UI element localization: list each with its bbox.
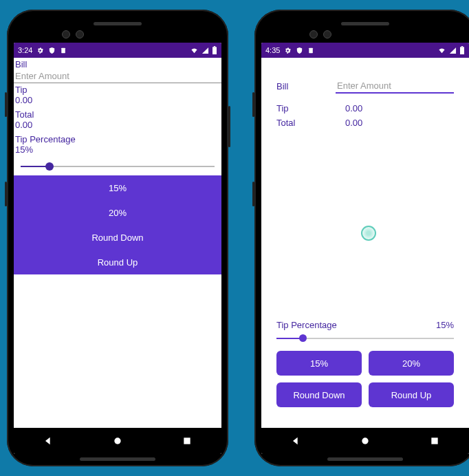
svg-rect-0 <box>62 47 66 52</box>
total-value: 0.00 <box>345 118 362 128</box>
btn-round-down[interactable]: Round Down <box>14 225 221 250</box>
btn-20[interactable]: 20% <box>14 200 221 225</box>
tip-value: 0.00 <box>345 103 362 113</box>
tip-label: Tip <box>276 103 345 113</box>
button-block: 15% 20% Round Down Round Up <box>14 175 221 274</box>
svg-point-8 <box>362 437 368 444</box>
btn-round-up[interactable]: Round Up <box>369 382 454 407</box>
status-bar: 4:35 <box>261 43 469 58</box>
tip-pct-label: Tip Percentage <box>276 320 337 330</box>
svg-rect-4 <box>184 437 190 444</box>
nav-back[interactable] <box>285 431 306 451</box>
app-content-left: Bill Tip 0.00 Total 0.00 Tip Percentage … <box>14 58 221 428</box>
nav-bar <box>261 428 469 454</box>
nav-home[interactable] <box>107 431 128 451</box>
screen-left: 3:24 Bill Tip 0.00 Total 0.00 Tip Percen… <box>14 43 221 454</box>
total-label: Total <box>14 108 221 120</box>
svg-rect-5 <box>309 47 314 52</box>
settings-icon <box>284 47 292 54</box>
svg-rect-2 <box>214 46 215 47</box>
slider-thumb[interactable] <box>299 334 307 342</box>
svg-point-3 <box>114 437 120 444</box>
total-label: Total <box>276 118 345 128</box>
shield-icon <box>296 47 303 54</box>
app-content-right: Bill Tip 0.00 Total 0.00 Tip Per <box>261 58 469 428</box>
tip-pct-label: Tip Percentage <box>14 133 221 144</box>
total-value: 0.00 <box>14 120 221 133</box>
nav-bar <box>14 428 221 454</box>
svg-rect-6 <box>460 47 464 54</box>
svg-rect-1 <box>212 47 217 54</box>
nav-recent[interactable] <box>424 431 445 451</box>
status-time: 3:24 <box>18 46 32 54</box>
tip-pct-value: 15% <box>14 144 221 158</box>
card-icon <box>60 47 67 54</box>
nav-back[interactable] <box>38 431 58 451</box>
shield-icon <box>48 47 56 54</box>
nav-home[interactable] <box>355 431 375 451</box>
phone-left: 3:24 Bill Tip 0.00 Total 0.00 Tip Percen… <box>7 10 228 466</box>
btn-15[interactable]: 15% <box>14 175 221 200</box>
bill-input[interactable] <box>14 69 221 83</box>
bill-label: Bill <box>276 81 336 91</box>
svg-rect-9 <box>431 437 437 444</box>
battery-icon <box>212 46 217 54</box>
card-icon <box>307 47 315 54</box>
tip-value: 0.00 <box>14 95 221 108</box>
slider-thumb[interactable] <box>45 162 54 171</box>
nav-recent[interactable] <box>177 431 197 451</box>
tip-pct-value: 15% <box>436 320 454 330</box>
status-bar: 3:24 <box>14 43 221 58</box>
signal-icon <box>201 47 209 54</box>
svg-rect-7 <box>461 46 463 47</box>
status-time: 4:35 <box>265 46 280 54</box>
wifi-icon <box>437 47 446 54</box>
btn-round-up[interactable]: Round Up <box>14 250 221 274</box>
phone-right: 4:35 Bill Tip 0. <box>254 10 469 466</box>
tip-label: Tip <box>14 83 221 95</box>
tip-slider[interactable] <box>276 332 454 345</box>
btn-round-down[interactable]: Round Down <box>276 382 362 407</box>
btn-20[interactable]: 20% <box>369 351 454 376</box>
bill-label: Bill <box>14 58 221 69</box>
signal-icon <box>449 47 457 54</box>
btn-15[interactable]: 15% <box>276 351 362 376</box>
battery-icon <box>459 46 465 54</box>
settings-icon <box>36 47 44 54</box>
screen-right: 4:35 Bill Tip 0. <box>261 43 469 454</box>
tip-slider[interactable] <box>14 158 221 175</box>
wifi-icon <box>190 47 199 54</box>
bill-input[interactable] <box>336 78 454 94</box>
touch-indicator-icon <box>361 226 376 241</box>
